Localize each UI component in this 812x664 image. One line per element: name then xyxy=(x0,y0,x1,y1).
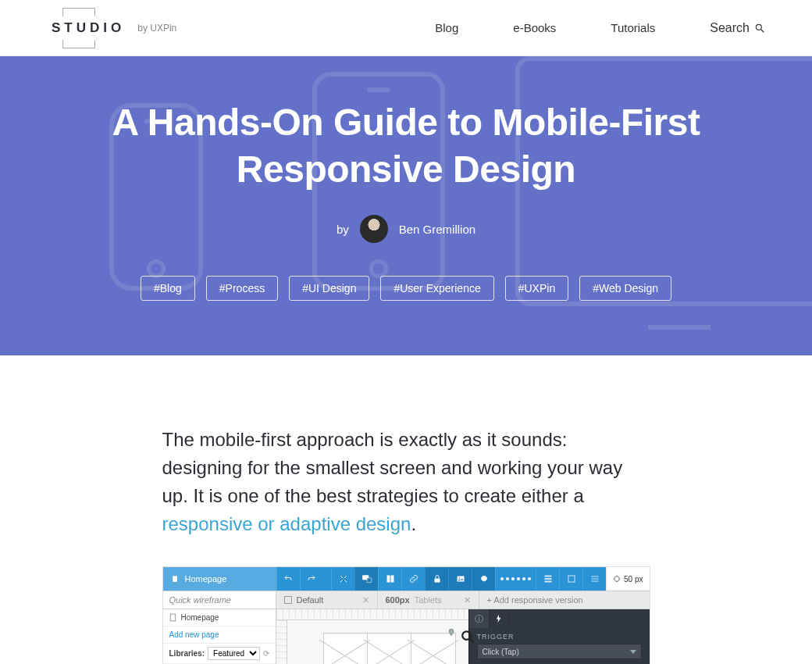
refresh-icon[interactable]: ⟳ xyxy=(263,649,269,658)
align-icon[interactable] xyxy=(536,567,559,591)
nav-blog[interactable]: Blog xyxy=(435,21,458,34)
tag-blog[interactable]: #Blog xyxy=(141,276,195,301)
inspector-panel: ⓘ TRIGGER Click (Tap) xyxy=(468,609,650,664)
image-placeholder[interactable] xyxy=(411,634,454,664)
tag-process[interactable]: #Process xyxy=(206,276,278,301)
svg-point-9 xyxy=(458,577,460,579)
snap-icon[interactable] xyxy=(559,567,582,591)
info-tab-icon[interactable]: ⓘ xyxy=(469,609,490,628)
svg-rect-6 xyxy=(390,576,394,583)
libraries-select[interactable]: Featured xyxy=(208,647,260,660)
add-page-link[interactable]: Add new page xyxy=(163,627,276,644)
svg-rect-7 xyxy=(434,579,440,583)
trigger-select[interactable]: Click (Tap) xyxy=(477,644,642,659)
trigger-label: TRIGGER xyxy=(469,628,650,644)
site-header: STUDIO by UXPin Blog e-Books Tutorials S… xyxy=(0,0,812,56)
nav-ebooks[interactable]: e-Books xyxy=(513,21,556,34)
page-icon xyxy=(171,575,179,583)
svg-rect-11 xyxy=(544,576,551,577)
tag-list: #Blog #Process #UI Design #User Experien… xyxy=(31,276,781,301)
author-avatar xyxy=(360,215,388,243)
breakpoint-600[interactable]: 600px Tablets ✕ xyxy=(378,591,479,609)
sidebar-page-homepage[interactable]: Homepage xyxy=(163,609,276,627)
logo-byline: by UXPin xyxy=(137,23,176,34)
close-icon[interactable]: ✕ xyxy=(362,595,369,605)
logo[interactable]: STUDIO by UXPin xyxy=(47,12,176,44)
toolbar-icons xyxy=(276,567,607,591)
svg-rect-23 xyxy=(170,614,176,621)
tool-toolbar: Homepage xyxy=(163,567,650,591)
crosshair-icon xyxy=(613,575,621,583)
author-name[interactable]: Ben Gremillion xyxy=(399,223,475,236)
search-label: Search xyxy=(710,21,750,35)
svg-rect-8 xyxy=(457,577,464,582)
expand-icon[interactable] xyxy=(331,567,354,591)
tag-web-design[interactable]: #Web Design xyxy=(579,276,671,301)
breakpoints-bar: Quick wireframe Default ✕ 600px Tablets … xyxy=(163,591,650,609)
byline: by Ben Gremillion xyxy=(31,215,781,243)
svg-point-25 xyxy=(462,631,471,640)
inspector-tabs: ⓘ xyxy=(469,609,650,628)
screens-icon[interactable] xyxy=(354,567,378,591)
search-icon xyxy=(754,23,765,34)
grid-dots-icon[interactable] xyxy=(495,567,536,591)
pin-icon xyxy=(447,628,456,637)
canvas[interactable] xyxy=(276,609,468,664)
svg-rect-2 xyxy=(173,576,177,582)
tool-sidebar: Homepage Add new page Libraries: Feature… xyxy=(163,609,276,664)
tag-uxpin[interactable]: #UXPin xyxy=(505,276,568,301)
gear-icon[interactable] xyxy=(472,567,495,591)
svg-line-1 xyxy=(761,29,764,32)
page-title: A Hands-On Guide to Mobile-First Respons… xyxy=(31,99,781,193)
svg-rect-4 xyxy=(367,578,372,583)
zoom-field[interactable]: 50 px xyxy=(606,567,649,591)
svg-rect-5 xyxy=(386,576,390,583)
link-icon[interactable] xyxy=(401,567,425,591)
svg-line-26 xyxy=(470,639,474,643)
quick-wireframe-label: Quick wireframe xyxy=(163,591,276,609)
nav-tutorials[interactable]: Tutorials xyxy=(611,21,655,34)
intro-paragraph: The mobile-first approach is exactly as … xyxy=(162,426,650,538)
chevron-down-icon xyxy=(630,650,636,654)
tag-ui-design[interactable]: #UI Design xyxy=(289,276,369,301)
nav-search[interactable]: Search xyxy=(710,21,765,35)
zoom-icon[interactable] xyxy=(461,630,475,644)
lock-icon[interactable] xyxy=(425,567,448,591)
undo-icon[interactable] xyxy=(276,567,300,591)
svg-rect-13 xyxy=(544,581,551,583)
logo-text: STUDIO xyxy=(47,12,130,44)
uxpin-screenshot: Homepage xyxy=(162,566,650,664)
tool-breadcrumb[interactable]: Homepage xyxy=(163,567,276,591)
add-breakpoint[interactable]: + Add responsive version xyxy=(479,591,591,609)
svg-rect-14 xyxy=(568,576,575,582)
article-body: The mobile-first approach is exactly as … xyxy=(147,426,666,664)
baseline-icon[interactable] xyxy=(582,567,606,591)
main-nav: Blog e-Books Tutorials Search xyxy=(435,21,765,35)
image-icon[interactable] xyxy=(448,567,472,591)
hero: A Hands-On Guide to Mobile-First Respons… xyxy=(0,56,812,355)
breakpoint-default[interactable]: Default ✕ xyxy=(276,591,378,609)
image-placeholder[interactable] xyxy=(324,634,368,664)
ruler-vertical xyxy=(276,620,287,664)
libraries-row: Libraries: Featured ⟳ xyxy=(163,644,276,664)
svg-point-0 xyxy=(756,24,761,30)
svg-point-24 xyxy=(451,630,452,632)
tool-main: Homepage Add new page Libraries: Feature… xyxy=(163,609,650,664)
by-label: by xyxy=(337,223,349,236)
tag-user-experience[interactable]: #User Experience xyxy=(380,276,493,301)
page-icon xyxy=(169,613,176,622)
intro-link[interactable]: responsive or adaptive design xyxy=(162,513,411,534)
artboard[interactable] xyxy=(323,633,456,664)
close-icon[interactable]: ✕ xyxy=(464,595,471,605)
interactions-tab-icon[interactable] xyxy=(490,609,510,628)
redo-icon[interactable] xyxy=(300,567,323,591)
layout-icon[interactable] xyxy=(378,567,401,591)
svg-rect-12 xyxy=(544,578,551,580)
svg-point-18 xyxy=(614,577,620,582)
desktop-icon xyxy=(284,596,292,604)
image-placeholder[interactable] xyxy=(368,634,411,664)
ruler-horizontal xyxy=(276,609,468,620)
